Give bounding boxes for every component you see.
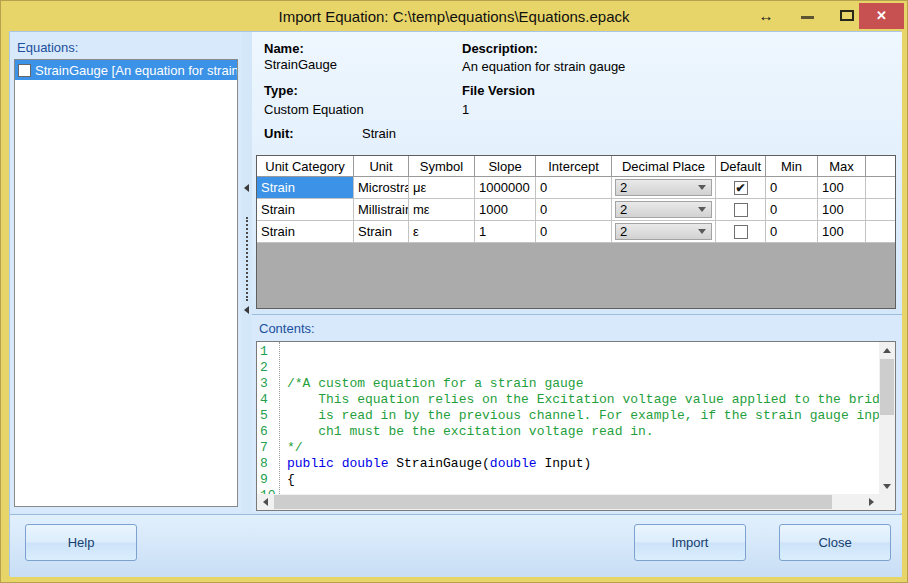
slope-cell[interactable]: 1000000 — [475, 177, 536, 198]
import-button[interactable]: Import — [634, 524, 746, 561]
line-number: 8 — [260, 456, 279, 472]
unit-category-cell[interactable]: Strain — [257, 221, 354, 242]
dialog-body: Equations: StrainGauge [An equation for … — [9, 31, 901, 576]
decimal-place-value: 2 — [620, 180, 627, 195]
max-cell[interactable]: 100 — [818, 221, 866, 242]
decimal-place-cell: 2 — [612, 177, 716, 198]
code-token-keyword: double — [490, 456, 537, 471]
code-editor[interactable]: 12345678910 /*A custom equation for a st… — [256, 341, 896, 511]
default-cell — [716, 221, 766, 242]
unit-cell[interactable]: Microstrain — [354, 177, 409, 198]
import-equation-dialog: Import Equation: C:\temp\equations\Equat… — [0, 0, 908, 583]
chevron-down-icon — [698, 229, 706, 234]
min-cell[interactable]: 0 — [766, 221, 818, 242]
column-header[interactable]: Unit — [354, 156, 409, 176]
min-cell[interactable]: 0 — [766, 177, 818, 198]
title-bar[interactable]: Import Equation: C:\temp\equations\Equat… — [1, 1, 907, 31]
decimal-place-dropdown[interactable]: 2 — [615, 223, 712, 240]
collapse-left-icon[interactable] — [244, 306, 249, 314]
scroll-down-button[interactable] — [879, 478, 895, 494]
h-scroll-thumb[interactable] — [274, 495, 832, 509]
unit-category-cell[interactable]: Strain — [257, 199, 354, 220]
button-bar: Help Import Close — [10, 514, 902, 577]
splitter-grip[interactable] — [246, 217, 248, 301]
code-token-keyword: double — [342, 456, 389, 471]
chevron-down-icon — [698, 185, 706, 190]
code-line — [287, 360, 879, 376]
scroll-right-button[interactable] — [863, 494, 879, 510]
line-number: 1 — [260, 344, 279, 360]
resize-icon[interactable]: ↔ — [753, 5, 779, 27]
scrollbar-corner — [879, 494, 895, 510]
column-header[interactable]: Decimal Place — [612, 156, 716, 176]
panel-splitter[interactable] — [242, 32, 252, 513]
vertical-scrollbar[interactable] — [879, 342, 895, 494]
help-button[interactable]: Help — [25, 524, 137, 561]
list-item[interactable]: StrainGauge [An equation for strain gaug… — [15, 60, 237, 80]
type-label: Type: — [264, 83, 298, 98]
code-token-keyword: public — [287, 456, 334, 471]
minimize-button[interactable] — [801, 16, 814, 19]
line-number: 2 — [260, 360, 279, 376]
column-header[interactable]: Symbol — [409, 156, 475, 176]
code-token-plain — [334, 456, 342, 471]
grid-header-row: Unit CategoryUnitSymbolSlopeInterceptDec… — [257, 156, 895, 177]
column-header-filler — [866, 156, 895, 176]
default-cell: ✔ — [716, 177, 766, 198]
max-cell[interactable]: 100 — [818, 177, 866, 198]
collapse-left-icon[interactable] — [244, 184, 249, 192]
default-checkbox[interactable]: ✔ — [734, 181, 748, 195]
intercept-cell[interactable]: 0 — [536, 221, 612, 242]
code-token-comment: /*A custom equation for a strain gauge — [287, 376, 583, 391]
slope-cell[interactable]: 1 — [475, 221, 536, 242]
description-label: Description: — [462, 41, 538, 56]
file-version-value: 1 — [462, 102, 469, 117]
code-line: /*A custom equation for a strain gauge — [287, 376, 879, 392]
column-header[interactable]: Max — [818, 156, 866, 176]
type-value: Custom Equation — [264, 102, 364, 117]
scroll-left-button[interactable] — [257, 494, 273, 510]
code-token-comment: This equation relies on the Excitation v… — [287, 392, 879, 407]
item-checkbox[interactable] — [18, 64, 31, 77]
column-header[interactable]: Min — [766, 156, 818, 176]
scroll-up-button[interactable] — [879, 342, 895, 358]
unit-cell[interactable]: Millistrain — [354, 199, 409, 220]
editor-gutter: 12345678910 — [257, 342, 280, 494]
default-checkbox[interactable] — [734, 225, 748, 239]
horizontal-scrollbar[interactable] — [257, 494, 879, 510]
default-cell — [716, 199, 766, 220]
code-token-comment: */ — [287, 440, 303, 455]
intercept-cell[interactable]: 0 — [536, 199, 612, 220]
intercept-cell[interactable]: 0 — [536, 177, 612, 198]
close-button[interactable]: ✕ — [859, 3, 904, 29]
editor-code[interactable]: /*A custom equation for a strain gauge T… — [281, 342, 879, 494]
line-number: 9 — [260, 472, 279, 488]
maximize-button[interactable] — [840, 10, 854, 21]
unit-label: Unit: — [264, 126, 294, 141]
decimal-place-value: 2 — [620, 224, 627, 239]
slope-cell[interactable]: 1000 — [475, 199, 536, 220]
close-dialog-button[interactable]: Close — [779, 524, 891, 561]
column-header[interactable]: Intercept — [536, 156, 612, 176]
v-scroll-thumb[interactable] — [880, 359, 894, 415]
unit-cell[interactable]: Strain — [354, 221, 409, 242]
column-header[interactable]: Default — [716, 156, 766, 176]
contents-panel: Contents: 12345678910 /*A custom equatio… — [252, 314, 902, 513]
decimal-place-dropdown[interactable]: 2 — [615, 179, 712, 196]
decimal-place-dropdown[interactable]: 2 — [615, 201, 712, 218]
symbol-cell[interactable]: mε — [409, 199, 475, 220]
symbol-cell[interactable]: με — [409, 177, 475, 198]
equations-listbox[interactable]: StrainGauge [An equation for strain gaug… — [14, 59, 238, 507]
unit-category-cell[interactable]: Strain — [257, 177, 354, 198]
file-version-label: File Version — [462, 83, 535, 98]
min-cell[interactable]: 0 — [766, 199, 818, 220]
max-cell[interactable]: 100 — [818, 199, 866, 220]
default-checkbox[interactable] — [734, 203, 748, 217]
code-token-plain: Input) — [537, 456, 592, 471]
units-grid[interactable]: Unit CategoryUnitSymbolSlopeInterceptDec… — [256, 155, 896, 309]
line-number: 6 — [260, 424, 279, 440]
column-header[interactable]: Slope — [475, 156, 536, 176]
column-header[interactable]: Unit Category — [257, 156, 354, 176]
symbol-cell[interactable]: ε — [409, 221, 475, 242]
unit-value: Strain — [362, 126, 396, 141]
